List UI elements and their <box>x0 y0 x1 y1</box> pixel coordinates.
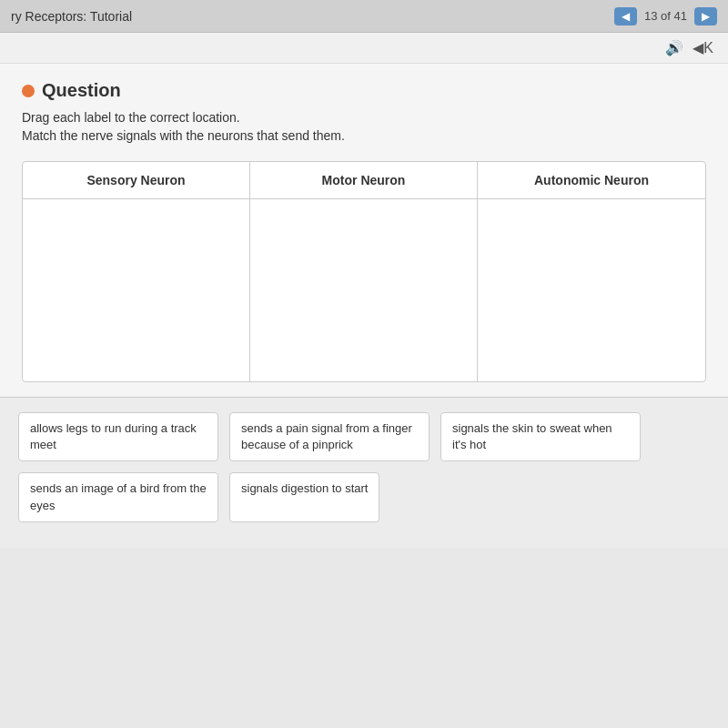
question-dot-icon <box>22 85 35 97</box>
caption-icon[interactable]: ◀K <box>693 39 713 56</box>
column-header-motor: Motor Neuron <box>250 162 478 198</box>
question-header: Question <box>22 80 706 101</box>
top-bar-title: ry Receptors: Tutorial <box>11 9 132 24</box>
top-bar: ry Receptors: Tutorial ◀ 13 of 41 ▶ <box>0 0 728 33</box>
labels-row-2: sends an image of a bird from the eyes s… <box>18 472 710 521</box>
table-body <box>23 199 705 381</box>
label-card-3[interactable]: signals the skin to sweat when it's hot <box>440 412 641 461</box>
main-content: Question Drag each label to the correct … <box>0 64 728 397</box>
labels-area: allows legs to run during a track meet s… <box>0 397 728 548</box>
autonomic-drop-zone[interactable] <box>478 199 705 381</box>
page-indicator: 13 of 41 <box>644 9 687 23</box>
labels-row-1: allows legs to run during a track meet s… <box>18 412 710 461</box>
column-header-autonomic: Autonomic Neuron <box>478 162 705 198</box>
label-card-4[interactable]: sends an image of a bird from the eyes <box>18 472 218 521</box>
label-card-1[interactable]: allows legs to run during a track meet <box>18 412 218 461</box>
instruction-line1: Drag each label to the correct location. <box>22 110 706 125</box>
sensory-drop-zone[interactable] <box>23 199 250 381</box>
sound-icon[interactable]: 🔊 <box>665 39 683 56</box>
motor-drop-zone[interactable] <box>250 199 478 381</box>
table-header-row: Sensory Neuron Motor Neuron Autonomic Ne… <box>23 162 705 199</box>
label-card-5[interactable]: signals digestion to start <box>229 472 379 521</box>
question-title: Question <box>42 80 121 101</box>
column-header-sensory: Sensory Neuron <box>23 162 250 198</box>
neuron-table: Sensory Neuron Motor Neuron Autonomic Ne… <box>22 161 706 382</box>
nav-back-button[interactable]: ◀ <box>614 7 637 25</box>
top-bar-right: ◀ 13 of 41 ▶ <box>614 7 717 25</box>
audio-controls-bar: 🔊 ◀K <box>0 33 728 64</box>
label-card-2[interactable]: sends a pain signal from a finger becaus… <box>229 412 430 461</box>
instruction-line2: Match the nerve signals with the neurons… <box>22 128 706 143</box>
nav-forward-button[interactable]: ▶ <box>694 7 717 25</box>
